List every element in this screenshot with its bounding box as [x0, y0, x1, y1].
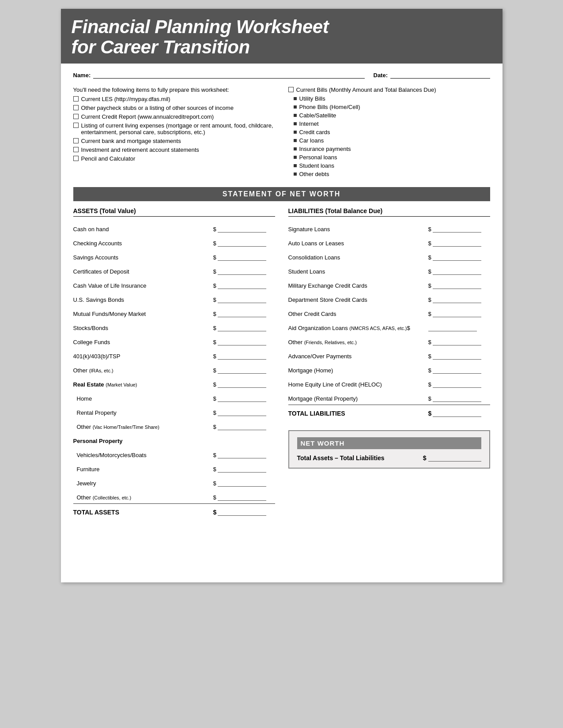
- checklist-intro: You'll need the following items to fully…: [73, 86, 275, 93]
- liability-label: Mortgage (Home): [288, 367, 428, 374]
- list-item: Current Bills (Monthly Amount and Total …: [288, 86, 490, 93]
- net-worth-calc-row: Total Assets – Total Liabilities $: [297, 454, 481, 462]
- table-row: Cash Value of Life Insurance $: [73, 277, 275, 289]
- dollar-field: $: [428, 240, 490, 247]
- checkbox-icon[interactable]: [288, 87, 294, 92]
- bullet-icon: [294, 139, 297, 142]
- amount-input[interactable]: [218, 423, 266, 430]
- bullet-label: Other debts: [299, 171, 329, 177]
- dollar-field: $: [213, 451, 275, 458]
- checkbox-icon[interactable]: [73, 138, 79, 143]
- table-row: Cash on hand $: [73, 220, 275, 233]
- total-dollar-field: $: [213, 509, 275, 516]
- net-worth-amount-input[interactable]: [428, 454, 481, 462]
- table-row: Certificates of Deposit $: [73, 263, 275, 275]
- amount-input[interactable]: [218, 451, 266, 458]
- asset-label: Checking Accounts: [73, 240, 213, 247]
- table-row: 401(k)/403(b)/TSP $: [73, 347, 275, 360]
- amount-input[interactable]: [433, 254, 481, 261]
- amount-input[interactable]: [218, 338, 266, 345]
- amount-input[interactable]: [428, 324, 477, 331]
- table-row: Advance/Over Payments $: [288, 347, 490, 360]
- amount-input[interactable]: [433, 395, 481, 402]
- amount-input[interactable]: [218, 268, 266, 275]
- table-row: Home Equity Line of Credit (HELOC) $: [288, 375, 490, 388]
- checkbox-icon[interactable]: [73, 123, 79, 128]
- list-item: Credit cards: [288, 129, 490, 135]
- amount-input[interactable]: [218, 254, 266, 261]
- checkbox-icon[interactable]: [73, 114, 79, 119]
- liability-label: Other Credit Cards: [288, 311, 428, 317]
- net-worth-dollar-sign: $: [423, 454, 427, 462]
- list-item: Internet: [288, 120, 490, 127]
- name-input-line[interactable]: [93, 71, 364, 79]
- amount-input[interactable]: [218, 395, 266, 402]
- amount-input[interactable]: [433, 367, 481, 374]
- dollar-field: $: [213, 409, 275, 416]
- total-dollar-field: $: [428, 410, 490, 417]
- dollar-field: $: [213, 395, 275, 402]
- liability-label: Aid Organization Loans (NMCRS ACS, AFAS,…: [288, 325, 428, 331]
- amount-input[interactable]: [218, 409, 266, 416]
- amount-input[interactable]: [218, 240, 266, 247]
- amount-input[interactable]: [433, 240, 481, 247]
- checkbox-icon[interactable]: [73, 105, 79, 110]
- checklist-item-label: Pencil and Calculator: [81, 155, 136, 162]
- amount-input[interactable]: [218, 480, 266, 487]
- date-input-line[interactable]: [390, 71, 490, 79]
- checklist-item-label: Listing of current living expenses (mort…: [81, 122, 275, 135]
- table-row: Department Store Credit Cards $: [288, 291, 490, 303]
- name-date-row: Name: Date:: [73, 71, 490, 79]
- table-row: Military Exchange Credit Cards $: [288, 277, 490, 289]
- table-row: Other (Friends, Relatives, etc.) $: [288, 333, 490, 345]
- dollar-field: $: [213, 353, 275, 360]
- asset-label: Other (IRAs, etc.): [73, 367, 213, 374]
- liability-label: Other (Friends, Relatives, etc.): [288, 339, 428, 345]
- amount-input[interactable]: [218, 353, 266, 360]
- bullet-label: Internet: [299, 120, 319, 127]
- amount-input[interactable]: [218, 282, 266, 289]
- checkbox-icon[interactable]: [73, 147, 79, 152]
- liabilities-header: LIABILITIES (Total Balance Due): [288, 207, 490, 217]
- amount-input[interactable]: [218, 494, 266, 501]
- amount-input[interactable]: [433, 225, 481, 233]
- amount-input[interactable]: [218, 310, 266, 317]
- total-amount-input[interactable]: [218, 509, 266, 516]
- dollar-field: $: [213, 324, 275, 331]
- dollar-field: $: [428, 225, 490, 233]
- amount-input[interactable]: [433, 353, 481, 360]
- checkbox-icon[interactable]: [73, 96, 79, 101]
- page-header: Financial Planning Worksheet for Career …: [61, 9, 503, 64]
- amount-input[interactable]: [433, 282, 481, 289]
- checklist-right-header: Current Bills (Monthly Amount and Total …: [296, 86, 436, 93]
- table-row: Rental Property $: [73, 404, 275, 416]
- amount-input[interactable]: [433, 296, 481, 303]
- table-row: Other (IRAs, etc.) $: [73, 361, 275, 374]
- list-item: Current bank and mortgage statements: [73, 138, 275, 144]
- dollar-field: $: [213, 225, 275, 233]
- checklist-item-label: Current Credit Report (www.annualcreditr…: [81, 113, 214, 120]
- amount-input[interactable]: [433, 310, 481, 317]
- total-liabilities-amount[interactable]: [433, 410, 481, 417]
- amount-input[interactable]: [433, 381, 481, 388]
- amount-input[interactable]: [218, 296, 266, 303]
- bullet-icon: [294, 114, 297, 117]
- amount-input[interactable]: [218, 367, 266, 374]
- amount-input[interactable]: [433, 338, 481, 345]
- bullet-icon: [294, 147, 297, 150]
- amount-input[interactable]: [433, 268, 481, 275]
- asset-label: Cash Value of Life Insurance: [73, 282, 213, 289]
- table-row: U.S. Savings Bonds $: [73, 291, 275, 303]
- amount-input[interactable]: [218, 324, 266, 331]
- bullet-label: Phone Bills (Home/Cell): [299, 104, 360, 110]
- assets-column: ASSETS (Total Value) Cash on hand $ Chec…: [73, 207, 275, 516]
- amount-input[interactable]: [218, 465, 266, 473]
- asset-label: Furniture: [73, 466, 213, 473]
- dollar-field: $: [213, 254, 275, 261]
- amount-input[interactable]: [218, 381, 266, 388]
- amount-input[interactable]: [218, 225, 266, 233]
- asset-section-label: Real Estate (Market Value): [73, 381, 213, 388]
- checkbox-icon[interactable]: [73, 156, 79, 161]
- table-row: Personal Property: [73, 432, 275, 444]
- list-item: Cable/Satellite: [288, 112, 490, 119]
